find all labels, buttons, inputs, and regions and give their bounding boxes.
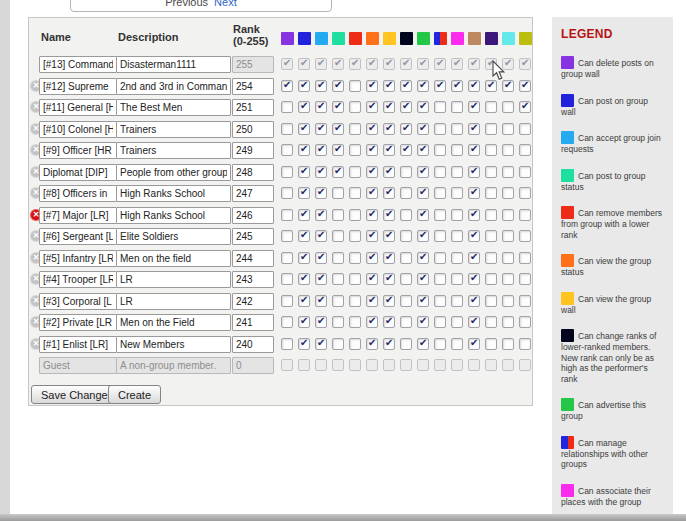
permission-checkbox-advertise-group[interactable] xyxy=(417,187,429,199)
permission-checkbox-view-group-status[interactable] xyxy=(366,230,378,242)
permission-checkbox-remove-members[interactable] xyxy=(349,187,361,199)
permission-checkbox-change-ranks[interactable] xyxy=(400,316,412,328)
permission-checkbox-associate-places[interactable] xyxy=(451,209,463,221)
permission-checkbox-advertise-group[interactable] xyxy=(417,101,429,113)
permission-checkbox-post-on-wall[interactable] xyxy=(298,230,310,242)
permission-checkbox-accept-join-requests[interactable] xyxy=(315,230,327,242)
permission-checkbox-advertise-group[interactable] xyxy=(417,144,429,156)
permission-checkbox-view-audit-log[interactable] xyxy=(468,144,480,156)
permission-checkbox-remove-members[interactable] xyxy=(349,252,361,264)
permission-checkbox-view-audit-log[interactable] xyxy=(468,230,480,242)
permission-checkbox-advertise-group[interactable] xyxy=(417,316,429,328)
permission-checkbox-manage-relationships[interactable] xyxy=(434,209,446,221)
permission-checkbox-create-group-items[interactable] xyxy=(485,209,497,221)
permission-checkbox-create-group-items[interactable] xyxy=(485,101,497,113)
permission-checkbox-create-group-items[interactable] xyxy=(485,144,497,156)
permission-checkbox-configure-group-items[interactable] xyxy=(502,123,514,135)
permission-checkbox-delete-wall-posts[interactable] xyxy=(281,295,293,307)
permission-checkbox-manage-relationships[interactable] xyxy=(434,123,446,135)
permission-checkbox-view-group-status[interactable] xyxy=(366,295,378,307)
permission-checkbox-change-ranks[interactable] xyxy=(400,166,412,178)
permission-checkbox-post-on-wall[interactable] xyxy=(298,80,310,92)
rank-description-input[interactable] xyxy=(116,99,231,116)
permission-checkbox-view-audit-log[interactable] xyxy=(468,209,480,221)
permission-checkbox-configure-group-items[interactable] xyxy=(502,144,514,156)
permission-checkbox-remove-members[interactable] xyxy=(349,144,361,156)
permission-checkbox-post-group-status[interactable] xyxy=(332,80,344,92)
rank-name-input[interactable] xyxy=(39,271,117,288)
permission-checkbox-create-group-items[interactable] xyxy=(485,123,497,135)
rank-number-input[interactable] xyxy=(232,228,274,245)
permission-checkbox-advertise-group[interactable] xyxy=(417,338,429,350)
permission-checkbox-post-on-wall[interactable] xyxy=(298,338,310,350)
permission-checkbox-view-audit-log[interactable] xyxy=(468,187,480,199)
permission-checkbox-change-ranks[interactable] xyxy=(400,273,412,285)
permission-checkbox-accept-join-requests[interactable] xyxy=(315,338,327,350)
permission-checkbox-view-group-wall[interactable] xyxy=(383,295,395,307)
permission-checkbox-change-ranks[interactable] xyxy=(400,101,412,113)
pagination-next-link[interactable]: Next xyxy=(214,0,237,8)
permission-checkbox-view-audit-log[interactable] xyxy=(468,123,480,135)
permission-checkbox-post-group-status[interactable] xyxy=(332,338,344,350)
permission-checkbox-accept-join-requests[interactable] xyxy=(315,209,327,221)
permission-checkbox-spend-group-funds[interactable] xyxy=(519,230,531,242)
permission-checkbox-advertise-group[interactable] xyxy=(417,80,429,92)
permission-checkbox-change-ranks[interactable] xyxy=(400,230,412,242)
permission-checkbox-view-group-status[interactable] xyxy=(366,123,378,135)
permission-checkbox-configure-group-items[interactable] xyxy=(502,230,514,242)
rank-name-input[interactable] xyxy=(39,314,117,331)
permission-checkbox-accept-join-requests[interactable] xyxy=(315,166,327,178)
permission-checkbox-post-group-status[interactable] xyxy=(332,295,344,307)
permission-checkbox-accept-join-requests[interactable] xyxy=(315,273,327,285)
permission-checkbox-associate-places[interactable] xyxy=(451,144,463,156)
permission-checkbox-view-group-status[interactable] xyxy=(366,338,378,350)
permission-checkbox-configure-group-items[interactable] xyxy=(502,80,514,92)
permission-checkbox-post-on-wall[interactable] xyxy=(298,295,310,307)
permission-checkbox-manage-relationships[interactable] xyxy=(434,144,446,156)
permission-checkbox-remove-members[interactable] xyxy=(349,209,361,221)
permission-checkbox-manage-relationships[interactable] xyxy=(434,187,446,199)
permission-checkbox-change-ranks[interactable] xyxy=(400,295,412,307)
permission-checkbox-spend-group-funds[interactable] xyxy=(519,123,531,135)
permission-checkbox-post-on-wall[interactable] xyxy=(298,101,310,113)
permission-checkbox-remove-members[interactable] xyxy=(349,295,361,307)
permission-checkbox-view-group-status[interactable] xyxy=(366,166,378,178)
rank-description-input[interactable] xyxy=(116,121,231,138)
rank-name-input[interactable] xyxy=(39,185,117,202)
permission-checkbox-view-group-wall[interactable] xyxy=(383,230,395,242)
permission-checkbox-manage-relationships[interactable] xyxy=(434,230,446,242)
permission-checkbox-delete-wall-posts[interactable] xyxy=(281,166,293,178)
permission-checkbox-manage-relationships[interactable] xyxy=(434,273,446,285)
rank-number-input[interactable] xyxy=(232,185,274,202)
permission-checkbox-create-group-items[interactable] xyxy=(485,273,497,285)
rank-description-input[interactable] xyxy=(116,142,231,159)
permission-checkbox-view-group-wall[interactable] xyxy=(383,273,395,285)
permission-checkbox-manage-relationships[interactable] xyxy=(434,316,446,328)
permission-checkbox-remove-members[interactable] xyxy=(349,80,361,92)
rank-name-input[interactable] xyxy=(39,164,117,181)
permission-checkbox-view-group-wall[interactable] xyxy=(383,166,395,178)
permission-checkbox-spend-group-funds[interactable] xyxy=(519,273,531,285)
permission-checkbox-spend-group-funds[interactable] xyxy=(519,338,531,350)
rank-description-input[interactable] xyxy=(116,271,231,288)
permission-checkbox-associate-places[interactable] xyxy=(451,295,463,307)
permission-checkbox-spend-group-funds[interactable] xyxy=(519,252,531,264)
permission-checkbox-post-on-wall[interactable] xyxy=(298,209,310,221)
permission-checkbox-advertise-group[interactable] xyxy=(417,295,429,307)
permission-checkbox-advertise-group[interactable] xyxy=(417,166,429,178)
permission-checkbox-associate-places[interactable] xyxy=(451,338,463,350)
permission-checkbox-manage-relationships[interactable] xyxy=(434,252,446,264)
rank-number-input[interactable] xyxy=(232,293,274,310)
permission-checkbox-change-ranks[interactable] xyxy=(400,187,412,199)
permission-checkbox-post-group-status[interactable] xyxy=(332,252,344,264)
rank-name-input[interactable] xyxy=(39,250,117,267)
permission-checkbox-associate-places[interactable] xyxy=(451,123,463,135)
permission-checkbox-manage-relationships[interactable] xyxy=(434,80,446,92)
rank-description-input[interactable] xyxy=(116,185,231,202)
permission-checkbox-remove-members[interactable] xyxy=(349,338,361,350)
permission-checkbox-accept-join-requests[interactable] xyxy=(315,101,327,113)
permission-checkbox-advertise-group[interactable] xyxy=(417,230,429,242)
permission-checkbox-change-ranks[interactable] xyxy=(400,144,412,156)
rank-description-input[interactable] xyxy=(116,250,231,267)
permission-checkbox-accept-join-requests[interactable] xyxy=(315,80,327,92)
